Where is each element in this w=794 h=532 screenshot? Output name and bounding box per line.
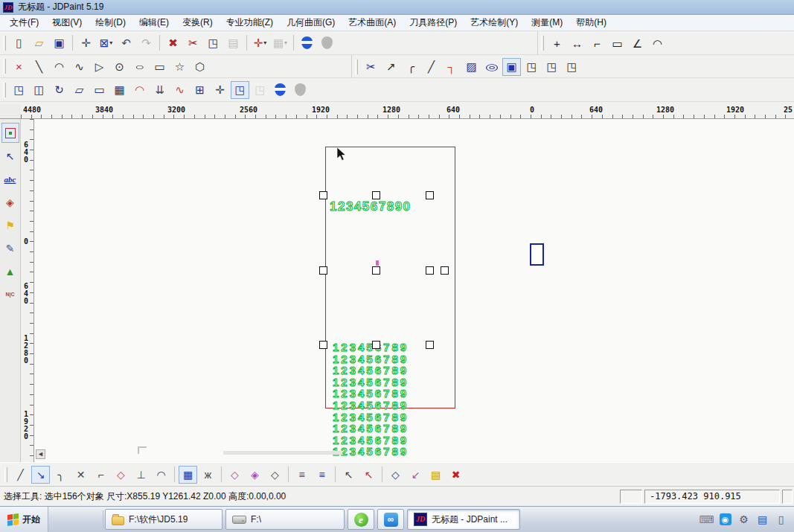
taskbar-item-browser360[interactable]: e xyxy=(348,509,374,530)
snap-endpoint-icon[interactable]: ╱ xyxy=(11,466,30,484)
offset-corner-icon[interactable]: ┐ xyxy=(442,58,461,76)
taskbar-item-folder[interactable]: F:\软件\JD5.19 xyxy=(105,509,222,530)
text-tool-icon[interactable]: abc xyxy=(1,169,19,189)
axes-icon[interactable]: ✛▾ xyxy=(251,34,269,52)
selection-handle[interactable] xyxy=(372,341,380,349)
taskbar-item-jdpaint[interactable]: JD无标题 - JDPaint ... xyxy=(407,509,520,530)
menu-item-5[interactable]: 变换(R) xyxy=(176,15,220,31)
selection-handle[interactable] xyxy=(372,191,380,199)
polygon-tool-icon[interactable]: ⬡ xyxy=(191,57,209,75)
menu-item-11[interactable]: 测量(M) xyxy=(525,15,569,31)
move-copy-icon[interactable]: ◳ xyxy=(10,81,28,99)
concentric-offset-icon[interactable]: ▣ xyxy=(502,58,521,76)
clipboard-tray-icon[interactable]: ▯ xyxy=(773,512,789,528)
measure-step-icon[interactable]: ⌐ xyxy=(588,34,606,52)
menu-item-4[interactable]: 编辑(E) xyxy=(132,15,176,31)
snap-perpendicular-icon[interactable]: ⊥ xyxy=(132,466,150,484)
engraved-text-row[interactable]: 123456789 xyxy=(333,446,409,458)
engraved-text-row[interactable]: 123456789 xyxy=(333,388,409,400)
selection-handle[interactable] xyxy=(319,341,327,349)
selection-handle[interactable] xyxy=(426,341,434,349)
menu-item-3[interactable]: 绘制(D) xyxy=(89,15,132,31)
scale-icon[interactable]: ▭ xyxy=(90,81,109,99)
menu-item-1[interactable]: 文件(F) xyxy=(3,15,45,31)
stretch-icon[interactable]: ⊞ xyxy=(191,81,209,99)
engraved-text-row[interactable]: 123456789 xyxy=(333,353,409,365)
toolbar-grip[interactable] xyxy=(3,83,6,97)
drawing-canvas[interactable]: 1234567890 12345678912345678912345678912… xyxy=(34,119,794,462)
fillet-icon[interactable]: ╭ xyxy=(402,58,420,76)
engraved-text-row[interactable]: 123456789 xyxy=(333,423,409,435)
measure-rect-icon[interactable]: ▭ xyxy=(608,34,627,52)
dropdown-arrow-icon[interactable]: ▾ xyxy=(284,40,287,46)
snap-tangent-icon[interactable]: ◠ xyxy=(152,466,170,484)
path-array-icon[interactable]: ∿ xyxy=(170,81,189,99)
menu-item-2[interactable]: 视图(V) xyxy=(45,15,89,31)
view-3d-icon[interactable]: ▦▾ xyxy=(271,34,289,52)
toolbar-grip[interactable] xyxy=(3,59,6,74)
align-top-icon[interactable]: ≡ xyxy=(313,466,331,484)
menu-item-10[interactable]: 艺术绘制(Y) xyxy=(464,15,525,31)
media-tray-icon[interactable]: ▤ xyxy=(755,512,770,528)
menu-item-6[interactable]: 专业功能(Z) xyxy=(220,15,280,31)
snap-cross-icon[interactable]: ✛ xyxy=(77,34,95,52)
cut-icon[interactable]: ✂ xyxy=(184,34,202,52)
engraved-text-row[interactable]: 123456789 xyxy=(333,435,409,446)
toolbar-grip[interactable] xyxy=(355,60,358,74)
pick-add-icon[interactable]: ↖ xyxy=(339,466,358,484)
device-tray-icon[interactable]: ⚙ xyxy=(736,512,752,528)
snap-axis-icon[interactable]: ж xyxy=(199,466,217,484)
align-bottom-icon[interactable]: ≡ xyxy=(292,466,311,484)
offset-copy-point-icon[interactable]: ◳ xyxy=(563,58,581,76)
taskbar-item-security360[interactable]: ∞ xyxy=(377,509,404,530)
snap-vertex-icon[interactable]: ◇ xyxy=(225,466,244,484)
dropdown-arrow-icon[interactable]: ▾ xyxy=(263,40,266,46)
selection-handle[interactable] xyxy=(319,191,327,199)
pick-remove-icon[interactable]: ↖ xyxy=(359,466,378,484)
node-measure-icon[interactable]: ↙ xyxy=(406,466,425,484)
copy-icon[interactable]: ◳ xyxy=(204,34,222,52)
offset-copy-icon[interactable]: ◳ xyxy=(522,58,541,76)
menu-item-8[interactable]: 艺术曲面(A) xyxy=(342,15,403,31)
chamfer-icon[interactable]: ╱ xyxy=(422,58,441,76)
shear-icon[interactable]: ▱ xyxy=(70,81,89,99)
measure-angle-icon[interactable]: ∠ xyxy=(628,34,647,52)
bridge-icon[interactable]: ▨ xyxy=(462,58,481,76)
security-tray-icon[interactable]: ◉ xyxy=(717,512,733,528)
line-tool-icon[interactable]: ╲ xyxy=(30,57,48,75)
selection-handle[interactable] xyxy=(372,266,380,275)
dropdown-arrow-icon[interactable]: ▾ xyxy=(109,40,112,46)
node-insert-icon[interactable]: ◇ xyxy=(386,466,405,484)
measure-arc-icon[interactable]: ◠ xyxy=(648,34,667,52)
toolbar-grip[interactable] xyxy=(541,36,544,51)
snap-grid-icon[interactable]: ▦ xyxy=(179,466,197,484)
node-list-icon[interactable]: ▤ xyxy=(426,466,445,484)
align-center-icon[interactable]: ✛ xyxy=(211,81,229,99)
shield-gray-icon[interactable] xyxy=(318,34,336,52)
redo-icon[interactable]: ↷ xyxy=(137,34,156,52)
extend-icon[interactable]: ↗ xyxy=(382,58,400,76)
measure-distance-icon[interactable]: ↔ xyxy=(568,34,586,52)
menu-item-9[interactable]: 刀具路径(P) xyxy=(403,15,464,31)
measure-point-icon[interactable]: + xyxy=(548,34,566,52)
snap-tangent-corner-icon[interactable]: ⌐ xyxy=(92,466,110,484)
keyboard-tray-icon[interactable]: ⌨ xyxy=(699,512,714,528)
curve-draw-tool-icon[interactable]: ⚑ xyxy=(1,215,19,235)
mirror-icon[interactable]: ◫ xyxy=(30,81,48,99)
engraved-text-large[interactable]: 1234567890 xyxy=(330,199,412,214)
offset-copy-out-icon[interactable]: ◳ xyxy=(542,58,561,76)
group-icon[interactable]: ◳ xyxy=(231,81,249,99)
nc-path-tool-icon[interactable]: N|C xyxy=(1,284,19,304)
delete-icon[interactable]: ✖ xyxy=(164,34,182,52)
shield-gray-icon[interactable] xyxy=(291,81,310,99)
cancel-icon[interactable]: ✖ xyxy=(446,466,465,484)
point-tool-icon[interactable]: × xyxy=(10,57,28,75)
relief-tool-icon[interactable]: ▲ xyxy=(1,261,19,281)
curve-array-icon[interactable]: ⇊ xyxy=(150,81,169,99)
selection-handle[interactable] xyxy=(426,266,434,275)
engraved-text-row[interactable]: 123456789 xyxy=(333,400,409,411)
shield-blue-icon[interactable] xyxy=(271,81,289,99)
selection-handle[interactable] xyxy=(426,191,434,199)
snap-center-icon[interactable]: ◇ xyxy=(266,466,284,484)
engraved-text-row[interactable]: 123456789 xyxy=(333,365,409,376)
